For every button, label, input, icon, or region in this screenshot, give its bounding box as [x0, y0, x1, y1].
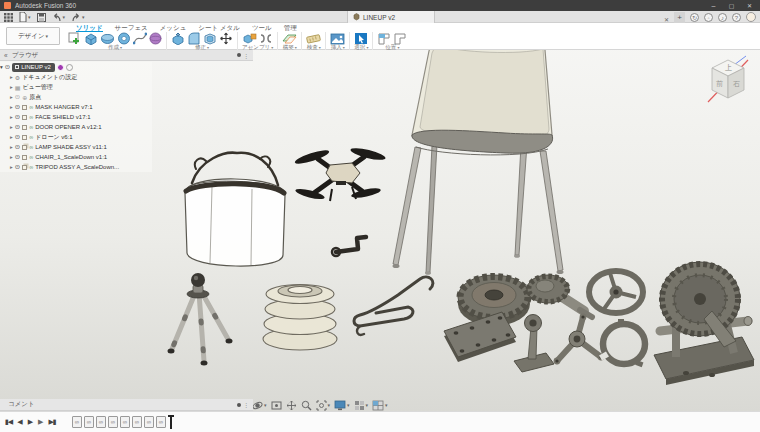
model-chair[interactable]: [393, 29, 564, 275]
timeline-playhead-marker[interactable]: [170, 415, 172, 429]
tree-item-component[interactable]: FACE SHIELD v17:1: [0, 112, 152, 122]
timeline-feature-icon[interactable]: [156, 416, 166, 428]
timeline-step-back-button[interactable]: [17, 416, 22, 428]
timeline-feature-icon[interactable]: [144, 416, 154, 428]
tree-item-component[interactable]: ドローン v6:1: [0, 132, 152, 142]
tab-manage[interactable]: 管理: [284, 23, 297, 32]
sketch-spline-icon[interactable]: [133, 32, 147, 45]
tree-item-component[interactable]: MASK HANGER v7:1: [0, 102, 152, 112]
move-copy-icon[interactable]: [219, 32, 233, 45]
expand-icon[interactable]: [10, 84, 13, 90]
model-bracket[interactable]: [514, 315, 554, 373]
tab-tools[interactable]: ツール: [252, 23, 272, 32]
group-label-construct[interactable]: 構築: [283, 45, 297, 50]
model-mask-hanger[interactable]: [354, 277, 433, 335]
visibility-eye-icon[interactable]: [15, 133, 20, 141]
profile-avatar[interactable]: [746, 12, 756, 22]
viewports-icon[interactable]: [372, 400, 388, 411]
look-at-icon[interactable]: [271, 400, 282, 411]
tab-sheet-metal[interactable]: シート メタル: [198, 23, 240, 32]
viewcube-right-label[interactable]: 右: [733, 80, 740, 88]
close-button[interactable]: [741, 0, 758, 11]
new-document-tab-button[interactable]: +: [674, 12, 685, 23]
expand-icon[interactable]: [10, 74, 13, 80]
viewcube-front-label[interactable]: 前: [716, 80, 723, 87]
group-label-insert[interactable]: 挿入: [331, 45, 345, 50]
expand-icon[interactable]: [10, 114, 13, 120]
timeline-feature-icon[interactable]: [84, 416, 94, 428]
timeline-feature-icon[interactable]: [132, 416, 142, 428]
panel-options-icon[interactable]: [243, 52, 249, 59]
model-gear-shaft[interactable]: [527, 275, 592, 317]
expand-icon[interactable]: [10, 144, 13, 150]
browser-root-row[interactable]: LINEUP v2: [0, 62, 152, 72]
timeline-feature-icon[interactable]: [72, 416, 82, 428]
model-spider[interactable]: [554, 314, 605, 365]
extrude-icon[interactable]: [84, 32, 98, 45]
tree-item-assembly[interactable]: LAMP SHADE ASSY v11:1: [0, 142, 152, 152]
tree-item-view-management[interactable]: ビュー管理: [0, 82, 152, 92]
visibility-eye-icon[interactable]: [15, 163, 20, 171]
model-handwheel[interactable]: [589, 271, 643, 313]
timeline-go-to-end-button[interactable]: [48, 416, 55, 428]
tab-solid[interactable]: ソリッド: [76, 23, 103, 32]
file-menu-button[interactable]: [19, 11, 31, 23]
expand-icon[interactable]: [0, 64, 3, 70]
model-face-shield[interactable]: [185, 153, 285, 266]
timeline-step-forward-button[interactable]: [38, 416, 43, 428]
create-sketch-icon[interactable]: [68, 32, 82, 45]
group-label-select[interactable]: 選択: [354, 45, 368, 50]
minimize-button[interactable]: [705, 0, 722, 11]
maximize-button[interactable]: [723, 0, 740, 11]
timeline-play-button[interactable]: [28, 416, 33, 428]
orbit-icon[interactable]: [252, 400, 267, 411]
redo-button[interactable]: [71, 11, 85, 23]
group-label-position[interactable]: 位置: [385, 45, 399, 50]
revolve-icon[interactable]: [117, 32, 131, 45]
model-lamp-shade[interactable]: [263, 285, 337, 351]
visibility-eye-icon[interactable]: [15, 123, 20, 131]
fit-icon[interactable]: [316, 400, 331, 411]
save-button[interactable]: [37, 11, 46, 23]
expand-icon[interactable]: [10, 124, 13, 130]
tree-item-assembly[interactable]: TRIPOD ASSY A_ScaleDown...: [0, 162, 152, 172]
root-document-pill[interactable]: LINEUP v2: [12, 63, 55, 72]
tab-mesh[interactable]: メッシュ: [160, 23, 187, 32]
tree-item-origin[interactable]: 原点: [0, 92, 152, 102]
model-door-opener[interactable]: [332, 237, 366, 256]
panel-options-icon[interactable]: [243, 401, 249, 408]
job-status-icon[interactable]: ↻: [690, 13, 699, 22]
visibility-eye-icon[interactable]: [5, 63, 10, 71]
pan-icon[interactable]: [286, 400, 297, 411]
primitive-sphere-icon[interactable]: [149, 32, 162, 45]
browser-panel-header[interactable]: ブラウザ: [0, 50, 253, 61]
zoom-icon[interactable]: [301, 400, 312, 411]
timeline-go-to-start-button[interactable]: [5, 416, 12, 428]
expand-icon[interactable]: [10, 94, 13, 100]
undo-button[interactable]: [52, 11, 66, 23]
layout-grid-icon[interactable]: [354, 400, 369, 411]
timeline-feature-icon[interactable]: [108, 416, 118, 428]
extensions-icon[interactable]: ◦: [704, 13, 713, 22]
visibility-eye-icon[interactable]: [15, 93, 20, 101]
tab-surface[interactable]: サーフェス: [115, 23, 148, 32]
expand-icon[interactable]: [10, 154, 13, 160]
comments-panel-header[interactable]: コメント: [0, 399, 253, 411]
collapse-panel-icon[interactable]: [0, 52, 12, 59]
design-workspace-dropdown[interactable]: デザイン: [6, 27, 60, 45]
press-pull-icon[interactable]: [171, 32, 185, 45]
visibility-eye-icon[interactable]: [15, 153, 20, 161]
model-tripod[interactable]: [168, 273, 233, 366]
view-cube[interactable]: 上 前 右: [702, 54, 754, 108]
group-label-assemble[interactable]: アセンブリ: [242, 45, 273, 50]
group-label-modify[interactable]: 修正: [195, 45, 209, 50]
expand-icon[interactable]: [10, 104, 13, 110]
timeline-feature-icon[interactable]: [96, 416, 106, 428]
tree-item-component[interactable]: CHAIR_1_ScaleDown v1:1: [0, 152, 152, 162]
expand-icon[interactable]: [10, 134, 13, 140]
viewcube-top-label[interactable]: 上: [725, 64, 732, 71]
model-base-plate[interactable]: [444, 312, 516, 362]
document-tab[interactable]: LINEUP v2: [347, 11, 435, 23]
tree-item-component[interactable]: DOOR OPENER A v12:1: [0, 122, 152, 132]
model-drone[interactable]: [294, 146, 387, 201]
